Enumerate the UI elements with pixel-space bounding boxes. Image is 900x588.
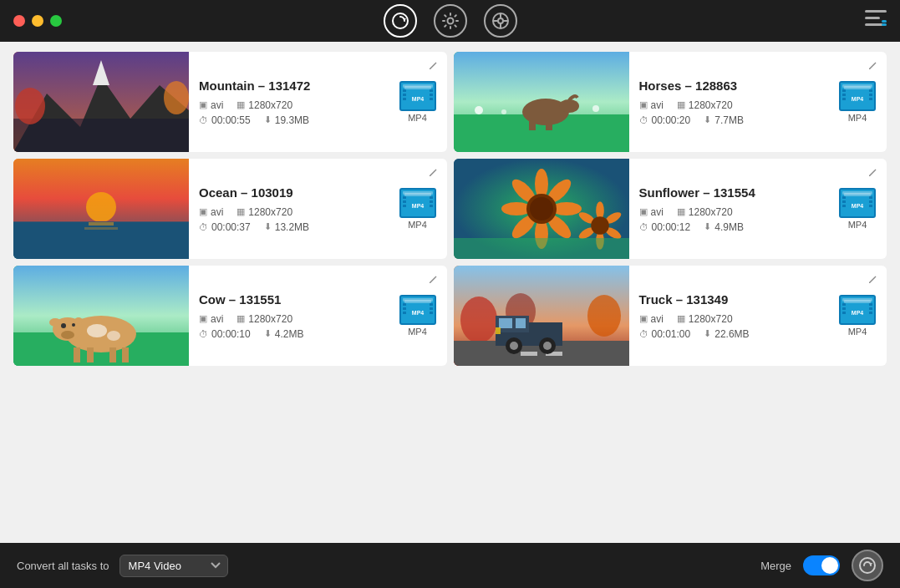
resolution-icon-ocean: ▦ bbox=[236, 206, 245, 217]
svg-point-102 bbox=[61, 323, 66, 328]
svg-rect-88 bbox=[869, 205, 872, 207]
video-actions-mountain: MP4 MP4 bbox=[389, 74, 447, 129]
edit-button-horses[interactable] bbox=[863, 57, 882, 75]
svg-rect-124 bbox=[516, 318, 526, 328]
size-meta-cow: ⬇ 4.2MB bbox=[264, 328, 304, 340]
svg-text:MP4: MP4 bbox=[411, 310, 424, 316]
resolution-value-horses: 1280x720 bbox=[689, 99, 733, 111]
video-title-mountain: Mountain – 131472 bbox=[199, 79, 379, 93]
svg-point-2 bbox=[447, 18, 453, 24]
format-meta-ocean: ▣ avi bbox=[199, 206, 223, 218]
video-title-cow: Cow – 131551 bbox=[199, 292, 379, 307]
video-thumb-horses bbox=[454, 52, 629, 152]
video-actions-ocean: MP4 MP4 bbox=[389, 181, 447, 236]
video-actions-sunflower: MP4 MP4 bbox=[828, 181, 887, 236]
svg-rect-58 bbox=[430, 196, 433, 199]
edit-button-mountain[interactable] bbox=[424, 57, 442, 75]
convert-button[interactable] bbox=[852, 550, 883, 581]
svg-rect-43 bbox=[869, 89, 872, 92]
titlebar bbox=[0, 0, 900, 42]
edit-button-truck[interactable] bbox=[863, 271, 882, 289]
resolution-meta-mountain: ▦ 1280x720 bbox=[236, 99, 292, 111]
svg-rect-21 bbox=[404, 86, 431, 89]
svg-rect-95 bbox=[74, 347, 80, 362]
video-card-horses: Horses – 128863 ▣ avi ▦ 1280x720 ⏱ 00:00… bbox=[454, 52, 887, 152]
mp4-badge-mountain[interactable]: MP4 MP4 bbox=[399, 81, 436, 123]
file-icon-ocean: ▣ bbox=[199, 206, 207, 217]
video-meta2-cow: ⏱ 00:00:10 ⬇ 4.2MB bbox=[199, 328, 379, 340]
mp4-label-mountain: MP4 bbox=[408, 113, 427, 123]
duration-meta-sunflower: ⏱ 00:00:12 bbox=[639, 221, 691, 233]
svg-rect-97 bbox=[109, 347, 116, 362]
svg-text:MP4: MP4 bbox=[852, 310, 864, 316]
rotate-nav-button[interactable] bbox=[384, 4, 417, 38]
mp4-badge-ocean[interactable]: MP4 MP4 bbox=[399, 188, 436, 230]
svg-point-139 bbox=[860, 558, 875, 573]
resolution-meta-truck: ▦ 1280x720 bbox=[677, 313, 733, 325]
video-meta-horses: ▣ avi ▦ 1280x720 bbox=[639, 99, 819, 111]
svg-point-104 bbox=[61, 331, 74, 339]
edit-button-ocean[interactable] bbox=[424, 164, 442, 182]
mp4-badge-sunflower[interactable]: MP4 MP4 bbox=[839, 188, 876, 230]
svg-point-35 bbox=[475, 106, 483, 114]
resolution-value-sunflower: 1280x720 bbox=[689, 206, 733, 218]
file-icon-truck: ▣ bbox=[639, 313, 648, 324]
svg-point-101 bbox=[74, 317, 83, 324]
bottombar: Convert all tasks to MP4 VideoAVI VideoM… bbox=[0, 543, 900, 588]
size-value-cow: 4.2MB bbox=[275, 328, 304, 340]
mp4-icon-horses: MP4 bbox=[839, 81, 876, 111]
duration-meta-ocean: ⏱ 00:00:37 bbox=[199, 221, 251, 233]
video-info-mountain: Mountain – 131472 ▣ avi ▦ 1280x720 ⏱ 00:… bbox=[189, 70, 389, 134]
video-info-truck: Truck – 131349 ▣ avi ▦ 1280x720 ⏱ 00:01:… bbox=[629, 284, 829, 348]
resolution-value-mountain: 1280x720 bbox=[248, 99, 292, 111]
svg-rect-119 bbox=[521, 352, 537, 356]
mp4-badge-cow[interactable]: MP4 MP4 bbox=[399, 295, 436, 337]
svg-point-4 bbox=[498, 18, 503, 23]
menu-icon[interactable] bbox=[865, 10, 887, 32]
duration-meta-truck: ⏱ 00:01:00 bbox=[639, 328, 691, 340]
video-meta2-truck: ⏱ 00:01:00 ⬇ 22.6MB bbox=[639, 328, 819, 340]
svg-rect-80 bbox=[454, 238, 629, 259]
mp4-badge-truck[interactable]: MP4 MP4 bbox=[839, 295, 876, 337]
edit-button-cow[interactable] bbox=[424, 271, 442, 289]
download-icon-truck: ⬇ bbox=[704, 328, 711, 339]
svg-rect-11 bbox=[865, 23, 883, 26]
video-title-truck: Truck – 131349 bbox=[639, 292, 819, 307]
format-meta-sunflower: ▣ avi bbox=[639, 206, 664, 218]
film-nav-button[interactable] bbox=[484, 4, 517, 38]
svg-rect-54 bbox=[404, 193, 431, 196]
svg-rect-111 bbox=[430, 307, 433, 310]
svg-rect-39 bbox=[844, 86, 871, 89]
video-thumb-mountain bbox=[13, 52, 189, 152]
size-value-horses: 7.7MB bbox=[714, 114, 744, 126]
svg-point-93 bbox=[87, 324, 107, 337]
svg-rect-82 bbox=[844, 193, 871, 196]
mp4-badge-horses[interactable]: MP4 MP4 bbox=[839, 81, 876, 123]
svg-text:MP4: MP4 bbox=[852, 96, 864, 102]
edit-button-sunflower[interactable] bbox=[863, 164, 882, 182]
minimize-button[interactable] bbox=[32, 15, 43, 27]
svg-rect-10 bbox=[865, 17, 880, 19]
close-button[interactable] bbox=[13, 15, 25, 27]
svg-rect-83 bbox=[842, 196, 846, 199]
bottombar-right: Merge bbox=[760, 550, 883, 581]
svg-rect-50 bbox=[89, 222, 114, 226]
clock-icon-sunflower: ⏱ bbox=[639, 222, 648, 232]
mp4-icon-sunflower: MP4 bbox=[839, 188, 876, 218]
svg-point-72 bbox=[530, 197, 553, 220]
svg-rect-136 bbox=[869, 307, 872, 310]
clock-icon-truck: ⏱ bbox=[639, 329, 648, 339]
svg-marker-140 bbox=[869, 563, 872, 565]
merge-toggle[interactable] bbox=[803, 555, 840, 575]
video-info-ocean: Ocean – 103019 ▣ avi ▦ 1280x720 ⏱ 00:00:… bbox=[189, 177, 389, 241]
duration-value-horses: 00:00:20 bbox=[652, 114, 691, 126]
format-select[interactable]: MP4 VideoAVI VideoMOV VideoMKV VideoWebM… bbox=[119, 555, 228, 577]
svg-rect-23 bbox=[403, 94, 406, 96]
duration-value-truck: 00:01:00 bbox=[652, 328, 691, 340]
format-value-mountain: avi bbox=[211, 99, 223, 111]
svg-rect-108 bbox=[403, 307, 406, 310]
mp4-icon-mountain: MP4 bbox=[399, 81, 436, 111]
maximize-button[interactable] bbox=[50, 15, 62, 27]
settings-nav-button[interactable] bbox=[434, 4, 467, 38]
download-icon-sunflower: ⬇ bbox=[704, 221, 711, 232]
